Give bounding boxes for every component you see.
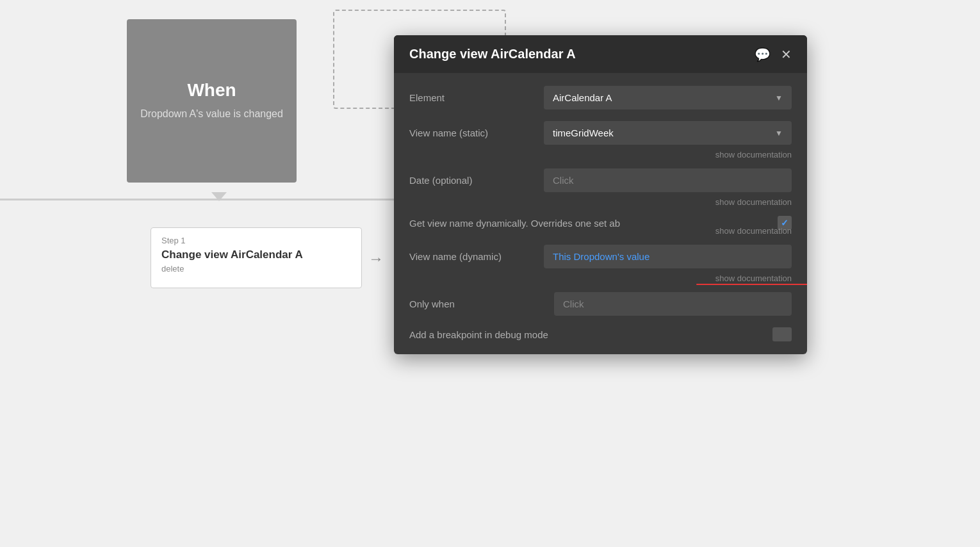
step-delete-link[interactable]: delete: [161, 264, 351, 274]
when-title: When: [187, 80, 236, 101]
date-optional-input-container: Click: [544, 168, 792, 192]
separator-line: [0, 199, 397, 200]
modal-body: Element AirCalendar A ▼ View name (stati…: [394, 73, 807, 354]
view-name-static-doc-row: show documentation: [409, 150, 792, 159]
separator-triangle: [211, 192, 227, 201]
modal-header: Change view AirCalendar A 💬 ✕: [394, 35, 807, 73]
element-row: Element AirCalendar A ▼: [409, 86, 792, 110]
close-icon: ✕: [781, 47, 792, 61]
view-name-static-label: View name (static): [409, 127, 544, 138]
modal-header-icons: 💬 ✕: [755, 48, 792, 61]
breakpoint-toggle[interactable]: [772, 327, 792, 341]
only-when-input[interactable]: Click: [554, 292, 792, 316]
breakpoint-label: Add a breakpoint in debug mode: [409, 329, 548, 340]
date-optional-label: Date (optional): [409, 175, 544, 186]
element-dropdown-arrow: ▼: [775, 94, 783, 102]
view-name-static-dropdown[interactable]: timeGridWeek ▼: [544, 121, 792, 145]
breakpoint-row: Add a breakpoint in debug mode: [409, 327, 792, 341]
date-optional-input[interactable]: Click: [544, 168, 792, 192]
step-arrow-icon: →: [368, 250, 384, 268]
view-name-static-doc-link[interactable]: show documentation: [715, 150, 792, 159]
when-subtitle: Dropdown A's value is changed: [140, 107, 283, 121]
element-dropdown-container: AirCalendar A ▼: [544, 86, 792, 110]
view-name-dynamic-value[interactable]: This Dropdown's value: [544, 245, 792, 268]
date-optional-doc-link[interactable]: show documentation: [715, 197, 792, 207]
view-name-dynamic-doc-link[interactable]: show documentation: [715, 274, 792, 283]
when-block: When Dropdown A's value is changed: [127, 19, 297, 183]
only-when-label: Only when: [409, 298, 544, 309]
element-dropdown[interactable]: AirCalendar A ▼: [544, 86, 792, 110]
modal-title: Change view AirCalendar A: [409, 47, 576, 61]
element-dropdown-value: AirCalendar A: [553, 92, 612, 103]
step-title: Change view AirCalendar A: [161, 249, 351, 261]
view-name-dynamic-row: View name (dynamic) This Dropdown's valu…: [409, 245, 792, 268]
view-name-static-value: timeGridWeek: [553, 127, 614, 138]
close-modal-button[interactable]: ✕: [781, 48, 792, 61]
view-name-dynamic-doc-row: show documentation: [409, 274, 792, 283]
comment-icon: 💬: [755, 47, 771, 61]
view-name-static-dropdown-container: timeGridWeek ▼: [544, 121, 792, 145]
view-name-dynamic-input-container: This Dropdown's value: [544, 245, 792, 268]
only-when-row: Only when Click: [409, 292, 792, 316]
only-when-input-container: Click: [554, 292, 792, 316]
step-block[interactable]: Step 1 Change view AirCalendar A delete: [151, 227, 362, 288]
element-label: Element: [409, 92, 544, 103]
step-label: Step 1: [161, 236, 351, 245]
view-name-static-arrow: ▼: [775, 129, 783, 138]
comment-icon-button[interactable]: 💬: [755, 48, 771, 61]
change-view-modal: Change view AirCalendar A 💬 ✕ Element Ai…: [394, 35, 807, 354]
date-optional-row: Date (optional) Click: [409, 168, 792, 192]
date-optional-doc-row: show documentation: [409, 197, 792, 207]
view-name-dynamic-label: View name (dynamic): [409, 251, 544, 262]
view-name-static-row: View name (static) timeGridWeek ▼: [409, 121, 792, 145]
dynamic-checkbox-doc-link[interactable]: show documentation: [715, 226, 792, 236]
